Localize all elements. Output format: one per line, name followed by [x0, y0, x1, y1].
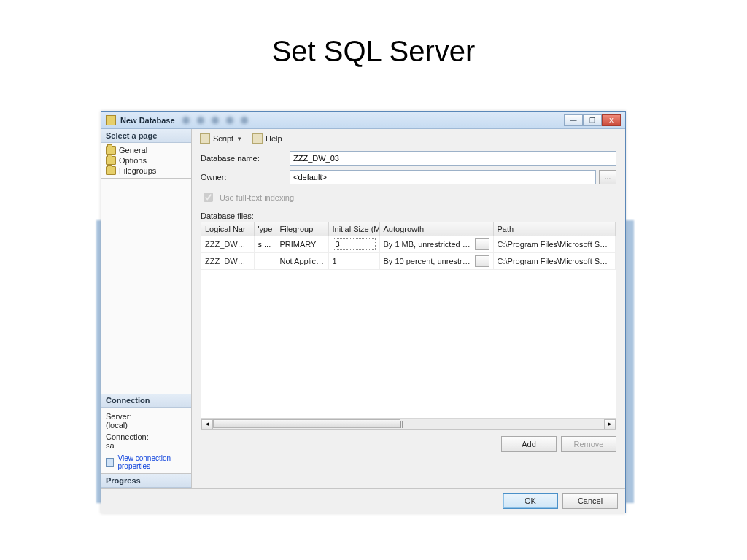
sidebar-item-label: Filegroups [119, 166, 156, 175]
table-row[interactable]: ZZZ_DW_0... Not Applicable 1 By 10 perce… [201, 253, 616, 270]
autogrowth-edit-button[interactable]: ... [475, 238, 489, 250]
server-value: (local) [106, 421, 187, 429]
cell-logical-name[interactable]: ZZZ_DW_03 [201, 236, 254, 253]
initial-size-input[interactable] [333, 238, 376, 250]
toolbar: Script ▼ Help [192, 129, 625, 148]
titlebar-blur [182, 117, 557, 124]
dialog-window: New Database — ❐ X Select a page General [101, 111, 626, 513]
close-button[interactable]: X [602, 114, 621, 126]
connection-label: Connection: [106, 432, 187, 441]
sidebar-item-label: Options [119, 156, 147, 165]
database-name-label: Database name: [201, 154, 290, 163]
database-icon [106, 115, 116, 125]
scroll-grip-icon [400, 421, 403, 428]
server-label: Server: [106, 412, 187, 421]
cell-type[interactable]: s ... [254, 236, 276, 253]
grid-header-row: Logical Nar 'ype Filegroup Initial Size … [201, 222, 616, 236]
col-initial-size[interactable]: Initial Size (MB) [328, 222, 379, 236]
cell-filegroup[interactable]: PRIMARY [276, 236, 328, 253]
fulltext-label: Use full-text indexing [220, 193, 294, 202]
connection-header: Connection [101, 394, 191, 408]
database-files-grid[interactable]: Logical Nar 'ype Filegroup Initial Size … [201, 222, 616, 430]
titlebar[interactable]: New Database — ❐ X [101, 112, 625, 129]
scroll-left-button[interactable]: ◄ [201, 419, 213, 429]
minimize-button[interactable]: — [564, 114, 583, 126]
col-logical-name[interactable]: Logical Nar [201, 222, 254, 236]
help-icon [252, 133, 263, 144]
sidebar: Select a page General Options Filegroups [101, 129, 192, 513]
col-filegroup[interactable]: Filegroup [276, 222, 328, 236]
add-button[interactable]: Add [501, 436, 557, 452]
sidebar-item-filegroups[interactable]: Filegroups [104, 166, 188, 176]
script-button[interactable]: Script ▼ [196, 131, 246, 146]
col-type[interactable]: 'ype [254, 222, 276, 236]
horizontal-scrollbar[interactable]: ◄ ► [201, 418, 616, 429]
cell-initial-size[interactable]: 1 [328, 253, 379, 270]
main-panel: Script ▼ Help Database name: Owner: ... [192, 129, 625, 513]
autogrowth-text: By 1 MB, unrestricted growth [384, 240, 472, 249]
cell-initial-size[interactable] [328, 236, 379, 253]
ok-button[interactable]: OK [503, 493, 558, 509]
select-page-header: Select a page [101, 129, 191, 143]
database-files-label: Database files: [201, 211, 616, 220]
cell-autogrowth[interactable]: By 10 percent, unrestricted growth ... [379, 253, 493, 270]
background-strip [625, 220, 634, 503]
autogrowth-text: By 10 percent, unrestricted growth [384, 257, 472, 265]
view-connection-properties-link[interactable]: View connection properties [117, 454, 187, 470]
sidebar-item-general[interactable]: General [104, 145, 188, 155]
cell-filegroup[interactable]: Not Applicable [276, 253, 328, 270]
col-path[interactable]: Path [493, 222, 616, 236]
table-row[interactable]: ZZZ_DW_03 s ... PRIMARY By 1 MB, unrestr… [201, 236, 616, 253]
cell-path[interactable]: C:\Program Files\Microsoft SQL Server\MS… [493, 253, 616, 270]
sidebar-item-label: General [119, 146, 147, 155]
slide-title: Set SQL Server [0, 35, 747, 68]
help-button[interactable]: Help [249, 131, 286, 146]
sidebar-item-options[interactable]: Options [104, 155, 188, 166]
autogrowth-edit-button[interactable]: ... [475, 255, 489, 267]
cell-logical-name[interactable]: ZZZ_DW_0... [201, 253, 254, 270]
remove-button: Remove [561, 436, 616, 452]
progress-header: Progress [101, 474, 191, 488]
script-icon [200, 133, 210, 144]
owner-label: Owner: [201, 173, 290, 182]
chevron-down-icon: ▼ [236, 136, 242, 142]
scroll-thumb[interactable] [213, 419, 400, 428]
cell-type[interactable] [254, 253, 276, 270]
cancel-button[interactable]: Cancel [562, 493, 618, 509]
window-title: New Database [120, 116, 175, 125]
owner-input[interactable] [290, 170, 596, 184]
scroll-right-button[interactable]: ► [604, 419, 616, 429]
col-autogrowth[interactable]: Autogrowth [379, 222, 493, 236]
cell-autogrowth[interactable]: By 1 MB, unrestricted growth ... [379, 236, 493, 253]
owner-browse-button[interactable]: ... [599, 170, 616, 184]
page-icon [106, 146, 116, 155]
help-label: Help [266, 134, 282, 143]
properties-icon [106, 458, 114, 467]
connection-value: sa [106, 441, 187, 450]
fulltext-checkbox [204, 192, 213, 202]
scroll-track[interactable] [213, 419, 604, 429]
dialog-footer: OK Cancel [101, 488, 625, 513]
page-icon [106, 166, 116, 175]
database-name-input[interactable] [290, 151, 616, 166]
script-label: Script [213, 134, 233, 143]
page-icon [106, 156, 116, 165]
maximize-button[interactable]: ❐ [583, 114, 602, 126]
cell-path[interactable]: C:\Program Files\Microsoft SQL Server\MS… [493, 236, 616, 253]
